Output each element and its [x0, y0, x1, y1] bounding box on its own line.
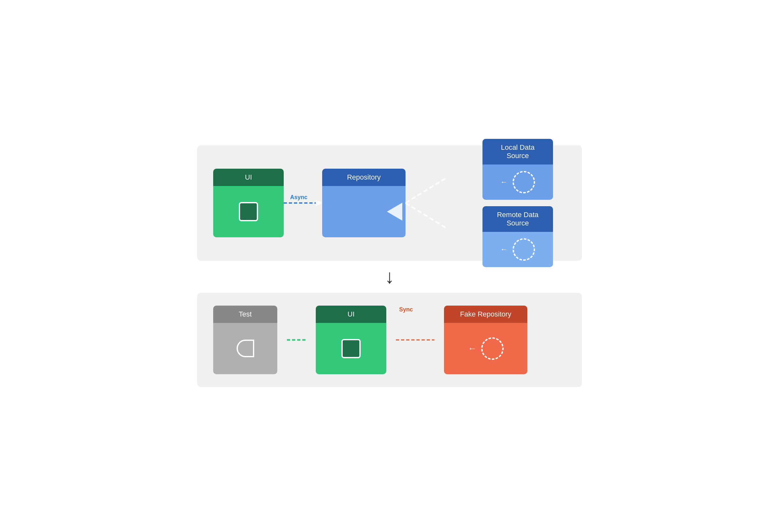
fake-repo-label: Fake Repository — [460, 310, 511, 318]
ui-block-top: UI — [213, 169, 284, 237]
fake-repo-circle — [481, 337, 503, 360]
svg-marker-1 — [316, 200, 322, 206]
test-block-body — [213, 323, 277, 374]
remote-ds-header: Remote Data Source — [482, 206, 553, 232]
top-diagram-panel: UI Async Repository — [197, 145, 582, 261]
arrow-down-symbol: ↓ — [385, 266, 394, 287]
svg-line-2 — [406, 177, 447, 203]
test-block: Test — [213, 306, 277, 374]
test-to-ui-line — [287, 337, 306, 343]
remote-ds-arrow: ← — [500, 245, 507, 254]
down-arrow: ↓ — [385, 261, 394, 293]
sync-line-svg — [396, 330, 434, 350]
main-container: UI Async Repository — [197, 145, 582, 387]
ui-block-bottom-header: UI — [316, 306, 386, 323]
svg-line-3 — [406, 203, 447, 229]
fake-repo-arrow: ← — [468, 344, 477, 354]
repo-label: Repository — [347, 173, 380, 181]
ui-block-bottom: UI — [316, 306, 386, 374]
local-ds-label: Local Data Source — [501, 143, 534, 160]
branch-lines-svg — [406, 158, 495, 248]
sync-label: Sync — [399, 306, 413, 313]
bottom-diagram-panel: Test UI — [197, 293, 582, 387]
remote-ds-circle — [513, 238, 535, 261]
test-half-circle — [237, 340, 254, 357]
fake-repo-header: Fake Repository — [444, 306, 527, 323]
repo-triangle-icon — [387, 203, 402, 221]
repo-block-body — [322, 186, 406, 237]
local-ds-arrow: ← — [500, 178, 507, 186]
remote-ds-label: Remote Data Source — [497, 211, 539, 227]
top-diagram-layout: UI Async Repository — [213, 158, 566, 248]
ui-block-header: UI — [213, 169, 284, 186]
local-ds-circle — [513, 171, 535, 193]
test-block-header: Test — [213, 306, 277, 323]
local-ds-body: ← — [482, 165, 553, 200]
right-sources: Local Data Source ← Remote Data Source ← — [482, 139, 553, 267]
fake-repo-block: Fake Repository ← — [444, 306, 527, 374]
bottom-diagram-layout: Test UI — [213, 306, 566, 374]
ui-label-bottom: UI — [348, 310, 355, 318]
remote-ds-block: Remote Data Source ← — [482, 206, 553, 267]
local-ds-block: Local Data Source ← — [482, 139, 553, 200]
local-ds-header: Local Data Source — [482, 139, 553, 165]
fake-repo-body: ← — [444, 323, 527, 374]
test-label: Test — [239, 310, 252, 318]
ui-block-body — [213, 186, 284, 237]
async-label: Async — [290, 194, 307, 201]
ui-label-top: UI — [245, 173, 252, 181]
remote-ds-body: ← — [482, 232, 553, 267]
repo-block-header: Repository — [322, 169, 406, 186]
ui-block-bottom-body — [316, 323, 386, 374]
ui-square-icon-bottom — [342, 339, 361, 358]
repo-block: Repository — [322, 169, 406, 237]
ui-square-icon — [239, 202, 258, 221]
